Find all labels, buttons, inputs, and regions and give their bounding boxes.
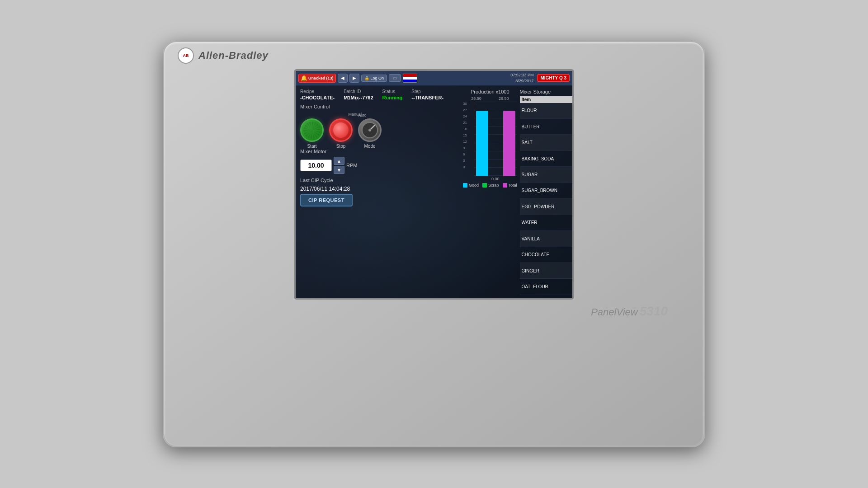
alarm-button[interactable]: 🔔 Unacked (13)	[298, 74, 336, 83]
step-value: --TRANSFER-	[411, 95, 443, 100]
logon-button[interactable]: 🔒 Log On	[361, 75, 387, 82]
scrap-legend-label: Scrap	[488, 183, 499, 188]
good-bar	[476, 111, 488, 176]
storage-item-name: FLOUR	[520, 103, 574, 118]
scrap-dot	[482, 183, 487, 188]
legend-good: Good	[463, 183, 479, 188]
storage-item-name: BUTTER	[520, 118, 574, 134]
storage-header: Item	[520, 96, 574, 103]
storage-item-name: BAKING_SODA	[520, 150, 574, 166]
cip-section: Last CIP Cycle 2017/06/11 14:04:28 CIP R…	[300, 178, 458, 206]
info-row: Recipe -CHOCOLATE- Batch ID M1Mix--7762 …	[300, 89, 458, 100]
storage-item-name: EGG_POWDER	[520, 199, 574, 215]
right-section: Production x1000 26.50 26.50 30 27 24 21…	[463, 85, 574, 298]
mode-button[interactable]: Mode	[358, 118, 382, 149]
alarm-icon: 🔔	[301, 75, 307, 81]
cip-date: 2017/06/11 14:04:28	[300, 186, 458, 192]
batch-value: M1Mix--7762	[344, 95, 373, 100]
cip-request-button[interactable]: CIP REQUEST	[300, 194, 353, 206]
panel-top-bar: AB Allen-Bradley	[164, 42, 704, 69]
step-group: Step --TRANSFER-	[411, 89, 443, 100]
storage-item-name: WATER	[520, 215, 574, 230]
storage-item-name: SUGAR	[520, 167, 574, 183]
legend-scrap: Scrap	[482, 183, 499, 188]
table-row: GINGER Valve	[520, 263, 574, 278]
status-group: Status Running	[382, 89, 403, 100]
alarm-count: (13)	[326, 76, 334, 80]
stop-button[interactable]: Stop	[329, 118, 353, 149]
table-row: WATER Valve	[520, 215, 574, 230]
total-dot	[503, 183, 507, 188]
step-label: Step	[411, 89, 443, 94]
mighty-logo: MIGHTY Q 3	[537, 74, 570, 82]
table-row: BAKING_SODA Valve	[520, 150, 574, 166]
recipe-value: -CHOCOLATE-	[300, 95, 335, 100]
rpm-display[interactable]: 10.00	[300, 160, 332, 171]
storage-item-name: CHOCOLATE	[520, 247, 574, 263]
chart-legend: Good Scrap Total	[463, 183, 517, 188]
good-value: 26.50	[471, 96, 481, 101]
left-panel: Recipe -CHOCOLATE- Batch ID M1Mix--7762 …	[296, 85, 463, 298]
y-axis: 30 27 24 21 18 15 12 9 6 3 0	[463, 102, 467, 169]
table-row: SALT Valve	[520, 135, 574, 150]
production-title: Production x1000	[463, 89, 517, 94]
good-dot	[463, 183, 467, 188]
recipe-group: Recipe -CHOCOLATE-	[300, 89, 335, 100]
storage-section: Mixer Storage Item FLOUR Valve BUTTER	[520, 89, 574, 295]
nav-back-button[interactable]: ◀	[338, 74, 348, 83]
panel-outer: AB Allen-Bradley 🔔 Unacked (13) ◀ ▶ 🔒 Lo…	[163, 41, 705, 447]
main-content: Recipe -CHOCOLATE- Batch ID M1Mix--7762 …	[296, 85, 572, 298]
mixer-motor-section: Mixer Motor 10.00 ▲ ▼ RPM	[300, 149, 458, 174]
panel-bottom: PanelView 5310	[164, 304, 704, 319]
table-row: SUGAR_BROWN Valve	[520, 183, 574, 198]
brand-name: Allen-Bradley	[198, 50, 269, 61]
start-button[interactable]: Start	[300, 118, 324, 149]
topbar: 🔔 Unacked (13) ◀ ▶ 🔒 Log On ▭ 07:52:33 P…	[296, 71, 572, 85]
table-row: VANILLA Valve	[520, 231, 574, 247]
mode-label: Mode	[364, 144, 375, 149]
storage-title: Mixer Storage	[520, 89, 574, 94]
stop-label: Stop	[336, 144, 346, 149]
topbar-right: 07:52:33 PM 8/29/2017 MIGHTY Q 3	[510, 72, 570, 84]
auto-label: Auto	[358, 113, 367, 117]
good-legend-label: Good	[469, 183, 479, 188]
recipe-label: Recipe	[300, 89, 335, 94]
monitor-button[interactable]: ▭	[389, 74, 401, 82]
flag-icon[interactable]	[403, 74, 417, 83]
storage-item-name: GINGER	[520, 263, 574, 278]
screen-container: 🔔 Unacked (13) ◀ ▶ 🔒 Log On ▭ 07:52:33 P…	[294, 69, 574, 300]
status-label: Status	[382, 89, 403, 94]
table-row: OAT_FLOUR Valve	[520, 279, 574, 295]
stop-circle	[329, 118, 353, 142]
rpm-arrows: ▲ ▼	[334, 157, 344, 174]
lock-icon: 🔒	[364, 76, 369, 80]
table-row: SUGAR Valve	[520, 167, 574, 183]
mixer-motor-title: Mixer Motor	[300, 149, 458, 154]
storage-item-name: SALT	[520, 135, 574, 150]
svg-point-2	[368, 129, 371, 131]
scrap-value: 0.00	[491, 177, 500, 181]
table-row: EGG_POWDER Valve	[520, 199, 574, 215]
rpm-control: 10.00 ▲ ▼ RPM	[300, 157, 458, 174]
table-row: CHOCOLATE Valve	[520, 247, 574, 263]
datetime-display: 07:52:33 PM 8/29/2017	[510, 72, 533, 84]
storage-table: Item FLOUR Valve BUTTER Valve SALT Valve…	[520, 96, 574, 295]
total-value: 26.50	[499, 96, 509, 101]
ab-logo: AB	[178, 47, 194, 64]
chart-section: Production x1000 26.50 26.50 30 27 24 21…	[463, 89, 517, 295]
rpm-up-button[interactable]: ▲	[334, 157, 344, 165]
chart-bars	[474, 102, 517, 176]
status-value: Running	[382, 95, 403, 100]
rpm-unit: RPM	[346, 163, 357, 168]
mixer-controls-row: Manual Start Stop	[300, 112, 458, 149]
batch-group: Batch ID M1Mix--7762	[344, 89, 373, 100]
legend-total: Total	[503, 183, 517, 188]
mixer-control-title: Mixer Control	[300, 104, 458, 109]
alarm-label: Unacked	[308, 76, 326, 80]
rpm-down-button[interactable]: ▼	[334, 166, 344, 174]
storage-item-name: SUGAR_BROWN	[520, 183, 574, 198]
nav-forward-button[interactable]: ▶	[349, 74, 359, 83]
mode-dial	[358, 118, 382, 142]
manual-label: Manual	[318, 112, 363, 117]
batch-label: Batch ID	[344, 89, 373, 94]
